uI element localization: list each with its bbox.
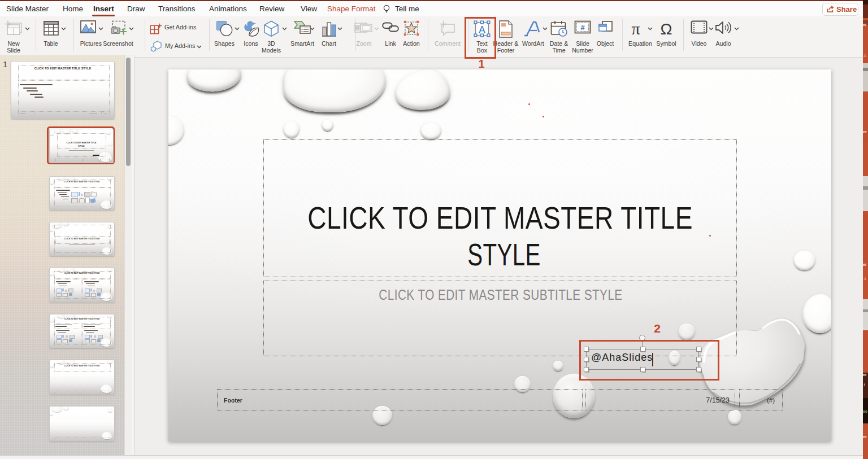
svg-text:π: π bbox=[631, 20, 640, 37]
svg-text:Ω: Ω bbox=[661, 20, 672, 37]
